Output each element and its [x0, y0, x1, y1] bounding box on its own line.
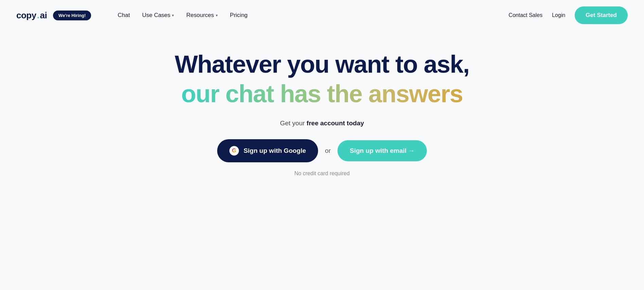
- sign-up-google-button[interactable]: G Sign up with Google: [217, 139, 318, 162]
- google-icon: G: [229, 146, 239, 156]
- hero-subtitle: Get your free account today: [280, 120, 364, 127]
- hero-section: Whatever you want to ask, our chat has t…: [0, 31, 644, 190]
- nav-link-pricing[interactable]: Pricing: [230, 12, 248, 19]
- logo-ai: ai: [40, 10, 47, 21]
- no-credit-card-text: No credit card required: [294, 170, 350, 177]
- contact-sales-link[interactable]: Contact Sales: [509, 12, 543, 18]
- nav-left: copy.ai We're Hiring! Chat Use Cases ▾ R…: [16, 10, 248, 21]
- or-divider: or: [325, 147, 331, 155]
- chevron-down-icon: ▾: [216, 13, 218, 18]
- nav-link-chat[interactable]: Chat: [118, 12, 130, 19]
- navbar: copy.ai We're Hiring! Chat Use Cases ▾ R…: [0, 0, 644, 31]
- nav-link-use-cases[interactable]: Use Cases ▾: [142, 12, 174, 19]
- hero-title-line2: our chat has the answers: [181, 79, 463, 108]
- nav-link-resources[interactable]: Resources ▾: [186, 12, 217, 19]
- hiring-badge[interactable]: We're Hiring!: [53, 11, 91, 20]
- logo: copy.ai: [16, 10, 47, 21]
- cta-row: G Sign up with Google or Sign up with em…: [217, 139, 427, 162]
- chevron-down-icon: ▾: [172, 13, 174, 18]
- logo-copy: copy: [16, 10, 36, 21]
- nav-links: Chat Use Cases ▾ Resources ▾ Pricing: [118, 12, 247, 19]
- sign-up-email-button[interactable]: Sign up with email →: [337, 140, 427, 161]
- nav-right: Contact Sales Login Get Started: [509, 6, 628, 24]
- hero-title-line1: Whatever you want to ask,: [175, 51, 469, 78]
- get-started-button[interactable]: Get Started: [575, 6, 628, 24]
- login-link[interactable]: Login: [552, 12, 565, 18]
- logo-dot: .: [37, 10, 39, 21]
